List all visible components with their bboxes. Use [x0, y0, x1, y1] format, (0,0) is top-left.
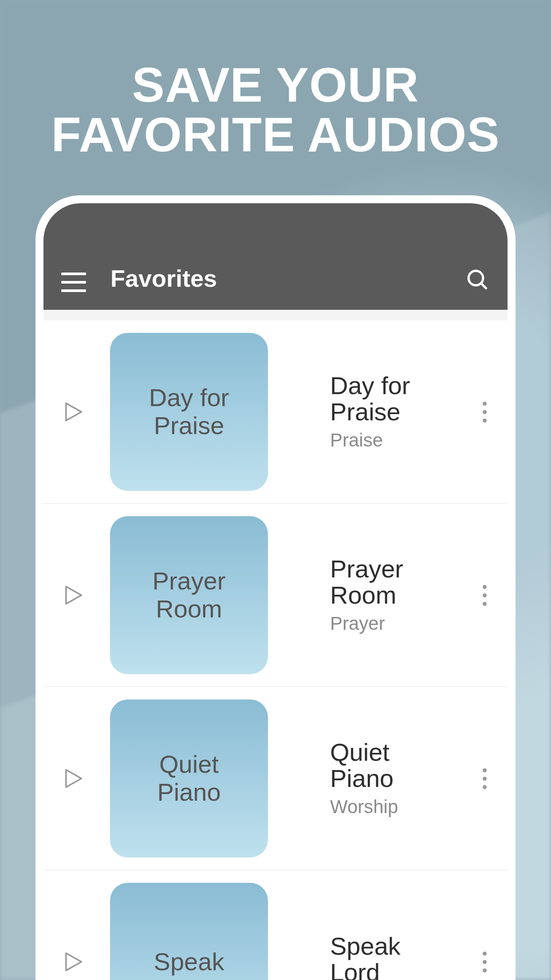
play-icon[interactable]	[61, 950, 84, 973]
thumb-text-line-1: Day for	[149, 383, 229, 411]
list-item[interactable]: Day for Praise Day for Praise Praise	[43, 320, 508, 504]
svg-marker-4	[66, 770, 82, 787]
track-subtitle: Praise	[330, 430, 457, 451]
search-icon[interactable]	[465, 267, 490, 292]
headline-line-2: FAVORITE AUDIOS	[51, 107, 500, 162]
track-meta: Quiet Piano Worship	[330, 739, 457, 818]
more-vert-icon[interactable]	[475, 585, 494, 606]
track-meta: Day for Praise Praise	[330, 373, 457, 451]
promo-headline: SAVE YOUR FAVORITE AUDIOS	[0, 60, 551, 159]
more-vert-icon[interactable]	[475, 952, 494, 972]
app-bar-title: Favorites	[110, 265, 441, 292]
favorites-list: Day for Praise Day for Praise Praise	[43, 320, 508, 980]
track-title: Speak Lord	[330, 933, 457, 980]
thumb-text-line-2: Praise	[154, 411, 224, 439]
app-bar: Favorites	[43, 203, 508, 310]
svg-marker-2	[66, 403, 82, 421]
list-item[interactable]: Prayer Room Prayer Room Prayer	[43, 504, 508, 687]
track-thumbnail: Day for Praise	[110, 333, 268, 491]
play-icon[interactable]	[61, 400, 84, 423]
thumb-text-line-1: Prayer	[153, 567, 226, 595]
track-subtitle: Worship	[330, 796, 457, 818]
list-item[interactable]: Quiet Piano Quiet Piano Worship	[43, 687, 508, 870]
svg-marker-5	[66, 953, 82, 971]
hamburger-menu-icon[interactable]	[61, 273, 86, 292]
thumb-text-line-2: Room	[156, 595, 222, 623]
thumb-text-line-1: Speak	[154, 948, 224, 976]
play-icon[interactable]	[61, 767, 84, 790]
track-title: Day for Praise	[330, 373, 457, 425]
track-thumbnail: Speak	[110, 883, 268, 980]
phone-screen: Favorites Day for Praise	[43, 203, 508, 980]
track-meta: Speak Lord	[330, 933, 457, 980]
thumb-text-line-2: Piano	[157, 778, 220, 806]
track-thumbnail: Quiet Piano	[110, 699, 268, 858]
svg-marker-3	[66, 587, 82, 604]
thumb-text-line-1: Quiet	[159, 750, 219, 778]
track-thumbnail: Prayer Room	[110, 516, 268, 674]
phone-frame: Favorites Day for Praise	[35, 195, 516, 980]
more-vert-icon[interactable]	[475, 402, 494, 423]
play-icon[interactable]	[61, 584, 84, 607]
headline-line-1: SAVE YOUR	[132, 57, 419, 112]
track-title: Prayer Room	[330, 556, 457, 609]
track-title: Quiet Piano	[330, 739, 457, 792]
list-item[interactable]: Speak Speak Lord	[43, 870, 508, 980]
svg-line-1	[481, 283, 487, 289]
track-subtitle: Prayer	[330, 613, 457, 634]
more-vert-icon[interactable]	[475, 768, 494, 789]
svg-point-0	[468, 271, 483, 285]
track-meta: Prayer Room Prayer	[330, 556, 457, 634]
